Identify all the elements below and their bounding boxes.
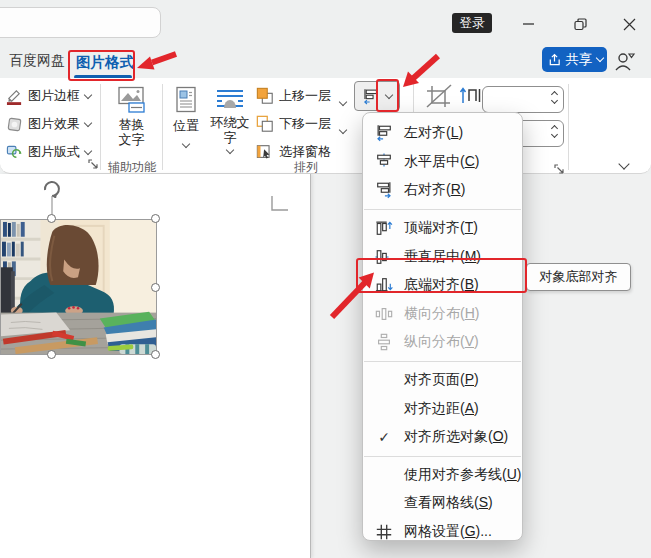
menu-separator (364, 456, 521, 457)
position-label: 位置 (173, 118, 199, 133)
handle-top-center[interactable] (47, 214, 56, 223)
picture-layout-label: 图片版式 (28, 143, 80, 161)
menu-item-label: 横向分布(H) (404, 305, 479, 323)
handle-bottom-right[interactable] (151, 350, 160, 359)
send-backward-label: 下移一层 (279, 115, 331, 133)
document-area[interactable] (0, 174, 651, 558)
menu-item-label: 右对齐(R) (404, 181, 465, 199)
document-page[interactable] (0, 174, 311, 558)
shape-height-icon (459, 85, 482, 111)
menu-item-label: 对齐边距(A) (404, 400, 479, 418)
selected-picture[interactable] (0, 219, 157, 355)
picture-effects-label: 图片效果 (28, 115, 80, 133)
menu-item-label: 水平居中(C) (404, 153, 479, 171)
picture-styles-dialog-launcher[interactable] (88, 156, 99, 174)
crop-button[interactable] (423, 83, 455, 114)
menu-separator (364, 209, 521, 210)
comments-icon (613, 50, 637, 72)
picture-border-label: 图片边框 (28, 87, 80, 105)
picture-layout-button[interactable]: 图片版式 (6, 141, 91, 163)
chevron-down-icon[interactable] (385, 90, 393, 98)
handle-bottom-center[interactable] (47, 350, 56, 359)
picture-border-icon (6, 88, 23, 105)
handle-right-middle[interactable] (151, 283, 160, 292)
dialog-launcher-icon (88, 159, 99, 170)
send-backward-dropdown[interactable] (340, 119, 346, 137)
comments-button[interactable] (613, 50, 637, 76)
handle-top-right[interactable] (151, 214, 160, 223)
align-dropdown-menu: 左对齐(L) 水平居中(C) 右对齐(R) 顶端对齐(T) 垂直居中(M) (362, 112, 523, 541)
bring-forward-icon (256, 87, 274, 105)
menu-item-align-selected-objects[interactable]: ✓ 对齐所选对象(O) (363, 423, 522, 452)
spinner-down-icon[interactable] (551, 97, 558, 104)
alt-text-button[interactable]: 替换文字 (104, 84, 159, 158)
close-button[interactable] (612, 12, 646, 36)
menu-item-align-middle[interactable]: 垂直居中(M) (363, 242, 522, 271)
menu-item-view-gridlines[interactable]: 查看网格线(S) (363, 489, 522, 518)
position-button[interactable]: 位置 (166, 84, 206, 158)
send-backward-button[interactable]: 下移一层 (256, 113, 331, 135)
align-bottom-icon (373, 275, 395, 295)
margin-corner-mark (269, 195, 289, 213)
menu-item-grid-settings[interactable]: 网格设置(G)... (363, 518, 522, 547)
picture-effects-button[interactable]: 图片效果 (6, 113, 91, 135)
menu-item-label: 纵向分布(V) (404, 333, 479, 351)
restore-icon (574, 18, 587, 31)
spinner-down-icon[interactable] (551, 131, 558, 138)
height-input[interactable] (482, 86, 564, 113)
align-right-icon (373, 180, 395, 200)
menu-item-label: 顶端对齐(T) (404, 219, 478, 237)
wrap-text-label: 环绕文字 (208, 115, 252, 145)
align-left-icon (373, 123, 395, 143)
chevron-down-icon (226, 146, 234, 154)
minimize-icon (523, 18, 535, 30)
grid-icon (373, 522, 395, 542)
tooltip-align-object-bottom: 对象底部对齐 (526, 263, 631, 291)
share-button[interactable]: 共享 (542, 47, 607, 72)
menu-item-label: 底端对齐(B) (404, 276, 479, 294)
menu-item-label: 垂直居中(M) (404, 248, 481, 266)
bring-forward-label: 上移一层 (279, 87, 331, 105)
menu-item-align-to-page[interactable]: 对齐页面(P) (363, 366, 522, 395)
wrap-text-button[interactable]: 环绕文字 (208, 84, 252, 158)
align-left-icon (362, 88, 379, 105)
tab-picture-format[interactable]: 图片格式 (76, 53, 134, 72)
menu-item-align-right[interactable]: 右对齐(R) (363, 176, 522, 205)
login-button[interactable]: 登录 (452, 13, 492, 33)
menu-item-align-bottom[interactable]: 底端对齐(B) (363, 271, 522, 300)
menu-item-align-center[interactable]: 水平居中(C) (363, 148, 522, 177)
align-top-icon (373, 218, 395, 238)
menu-item-distribute-horizontal: 横向分布(H) (363, 300, 522, 329)
chevron-down-icon (84, 90, 92, 98)
collapse-ribbon-button[interactable] (620, 154, 628, 172)
menu-item-label: 查看网格线(S) (404, 494, 493, 512)
rotate-handle[interactable] (40, 178, 64, 198)
selection-pane-icon (256, 143, 274, 161)
menu-item-align-to-margin[interactable]: 对齐边距(A) (363, 394, 522, 423)
alt-text-label: 替换文字 (115, 117, 149, 147)
menu-item-align-left[interactable]: 左对齐(L) (363, 119, 522, 148)
chevron-down-icon (618, 158, 629, 169)
restore-button[interactable] (563, 12, 597, 36)
tab-baidu-netdisk[interactable]: 百度网盘 (9, 52, 65, 70)
search-box[interactable] (0, 7, 161, 38)
minimize-button[interactable] (512, 12, 546, 36)
picture-effects-icon (6, 116, 23, 133)
chevron-down-icon (595, 54, 603, 62)
distribute-horizontal-icon (373, 304, 395, 324)
menu-separator (364, 361, 521, 362)
alt-text-icon (117, 86, 147, 114)
align-button[interactable] (354, 81, 400, 111)
bring-forward-button[interactable]: 上移一层 (256, 85, 331, 107)
menu-item-label: 左对齐(L) (404, 124, 463, 142)
picture-border-button[interactable]: 图片边框 (6, 85, 91, 107)
align-middle-icon (373, 247, 395, 267)
chevron-down-icon (182, 140, 190, 148)
menu-item-use-alignment-guides[interactable]: 使用对齐参考线(U) (363, 461, 522, 490)
bring-forward-dropdown[interactable] (340, 91, 346, 109)
chevron-down-icon (84, 118, 92, 126)
check-icon: ✓ (373, 427, 395, 447)
menu-item-align-top[interactable]: 顶端对齐(T) (363, 214, 522, 243)
menu-item-label: 使用对齐参考线(U) (404, 466, 521, 484)
menu-item-distribute-vertical: 纵向分布(V) (363, 328, 522, 357)
